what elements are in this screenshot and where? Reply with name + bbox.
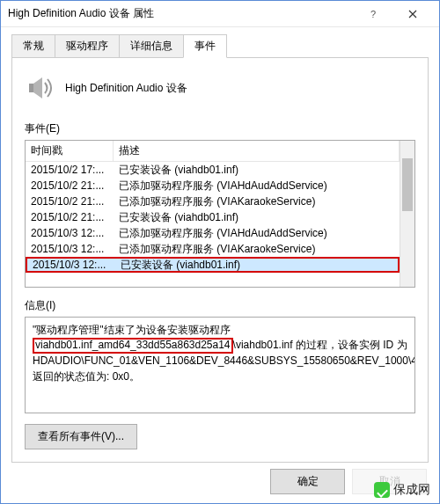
table-row[interactable]: 2015/10/2 21:...已添加驱动程序服务 (VIAKaraokeSer… [26,194,400,209]
table-row[interactable]: 2015/10/3 12:...已添加驱动程序服务 (VIAKaraokeSer… [26,241,400,257]
view-all-row: 查看所有事件(V)... [25,424,415,449]
cell-time: 2015/10/3 12:... [26,243,114,255]
cell-time: 2015/10/2 17:... [26,164,114,176]
device-name: High Definition Audio 设备 [65,81,187,96]
table-row[interactable]: 2015/10/3 12:...已添加驱动程序服务 (VIAHdAudAddSe… [26,225,400,241]
tab-strip: 常规 驱动程序 详细信息 事件 [11,34,429,58]
col-header-time[interactable]: 时间戳 [26,141,114,161]
table-row[interactable]: 2015/10/2 21:...已添加驱动程序服务 (VIAHdAudAddSe… [26,178,400,194]
tab-body: High Definition Audio 设备 事件(E) 时间戳 描述 20… [11,58,429,463]
content-area: 常规 驱动程序 详细信息 事件 High Definition Audio 设备… [1,27,439,473]
svg-marker-2 [33,77,42,99]
cell-time: 2015/10/2 21:... [26,179,114,192]
view-all-events-button[interactable]: 查看所有事件(V)... [25,424,137,449]
device-header: High Definition Audio 设备 [25,69,415,114]
tab-events[interactable]: 事件 [183,34,227,58]
cell-time: 2015/10/2 21:... [26,195,114,208]
table-row[interactable]: 2015/10/3 12:...已安装设备 (viahdb01.inf) [26,257,400,273]
table-row[interactable]: 2015/10/2 17:...已安装设备 (viahdb01.inf) [26,162,400,178]
properties-dialog: High Definition Audio 设备 属性 ? 常规 驱动程序 详细… [0,0,440,504]
help-button[interactable]: ? [353,1,392,27]
cell-desc: 已添加驱动程序服务 (VIAKaraokeService) [114,194,400,209]
cell-desc: 已添加驱动程序服务 (VIAHdAudAddService) [114,179,400,194]
info-box[interactable]: "驱动程序管理"结束了为设备安装驱动程序 viahdb01.inf_amd64_… [25,317,415,413]
cell-desc: 已添加驱动程序服务 (VIAKaraokeService) [114,242,400,257]
cell-desc: 已安装设备 (viahdb01.inf) [114,210,400,225]
cancel-button[interactable]: 取消 [352,469,427,494]
col-header-desc[interactable]: 描述 [114,141,400,161]
window-title: High Definition Audio 设备 属性 [8,6,154,21]
scrollbar-thumb[interactable] [402,158,413,211]
svg-rect-1 [29,84,33,92]
speaker-icon [26,74,55,102]
cell-time: 2015/10/3 12:... [27,259,115,271]
table-row[interactable]: 2015/10/2 21:...已安装设备 (viahdb01.inf) [26,209,400,225]
ok-button[interactable]: 确定 [270,469,345,494]
cell-time: 2015/10/3 12:... [26,227,114,239]
tab-driver[interactable]: 驱动程序 [55,34,120,58]
events-list[interactable]: 时间戳 描述 2015/10/2 17:...已安装设备 (viahdb01.i… [25,140,415,288]
info-highlight: viahdb01.inf_amd64_33dd55a863d25a14 [33,338,233,354]
cell-time: 2015/10/2 21:... [26,211,114,223]
events-list-content: 时间戳 描述 2015/10/2 17:...已安装设备 (viahdb01.i… [26,141,400,287]
cell-desc: 已添加驱动程序服务 (VIAHdAudAddService) [114,226,400,241]
cell-desc: 已安装设备 (viahdb01.inf) [114,163,400,178]
events-rows: 2015/10/2 17:...已安装设备 (viahdb01.inf)2015… [26,162,400,273]
info-label: 信息(I) [25,298,415,313]
info-pre: "驱动程序管理"结束了为设备安装驱动程序 [33,324,231,336]
dialog-footer: 确定 取消 [270,469,427,494]
list-scrollbar[interactable] [400,141,414,287]
cell-desc: 已安装设备 (viahdb01.inf) [115,258,398,273]
events-list-header: 时间戳 描述 [26,141,400,162]
window-controls: ? [353,1,432,27]
close-button[interactable] [392,1,432,27]
tab-general[interactable]: 常规 [11,34,55,58]
title-bar: High Definition Audio 设备 属性 ? [1,1,439,27]
svg-text:?: ? [370,10,376,18]
events-label: 事件(E) [25,121,415,136]
tab-details[interactable]: 详细信息 [119,34,184,58]
